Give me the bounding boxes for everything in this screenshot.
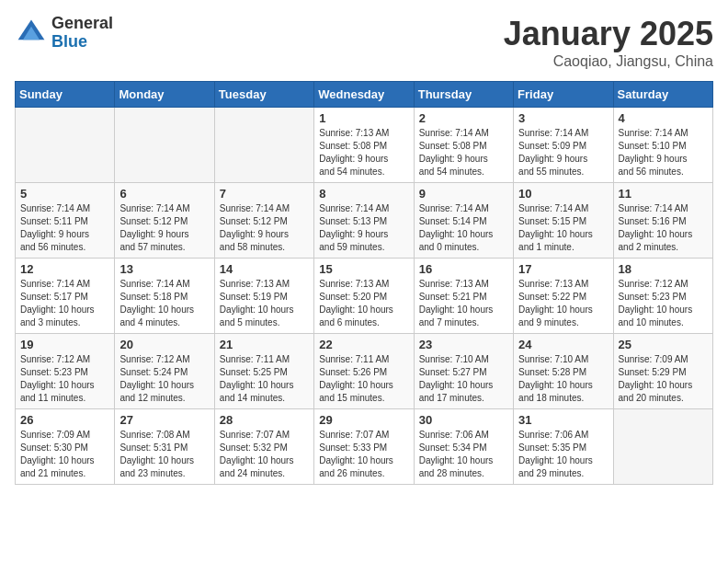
week-row-3: 12Sunrise: 7:14 AM Sunset: 5:17 PM Dayli… <box>16 259 713 334</box>
calendar-subtitle: Caoqiao, Jiangsu, China <box>504 53 713 70</box>
day-number: 13 <box>119 262 209 276</box>
day-number: 12 <box>20 262 109 276</box>
day-cell: 26Sunrise: 7:09 AM Sunset: 5:30 PM Dayli… <box>16 409 115 485</box>
day-info: Sunrise: 7:13 AM Sunset: 5:22 PM Dayligh… <box>518 278 608 329</box>
day-info: Sunrise: 7:10 AM Sunset: 5:28 PM Dayligh… <box>518 353 608 405</box>
day-number: 19 <box>20 338 109 351</box>
day-cell: 23Sunrise: 7:10 AM Sunset: 5:27 PM Dayli… <box>414 334 513 409</box>
day-cell: 13Sunrise: 7:14 AM Sunset: 5:18 PM Dayli… <box>115 259 214 334</box>
day-info: Sunrise: 7:14 AM Sunset: 5:18 PM Dayligh… <box>119 278 209 329</box>
day-info: Sunrise: 7:06 AM Sunset: 5:34 PM Dayligh… <box>419 429 508 480</box>
day-cell: 24Sunrise: 7:10 AM Sunset: 5:28 PM Dayli… <box>514 334 613 409</box>
day-cell <box>115 108 214 183</box>
day-number: 10 <box>518 187 608 201</box>
day-cell: 14Sunrise: 7:13 AM Sunset: 5:19 PM Dayli… <box>214 259 313 334</box>
day-cell: 4Sunrise: 7:14 AM Sunset: 5:10 PM Daylig… <box>613 108 712 183</box>
day-info: Sunrise: 7:10 AM Sunset: 5:27 PM Dayligh… <box>419 353 508 405</box>
day-cell <box>214 108 313 183</box>
day-number: 26 <box>20 413 109 427</box>
day-number: 24 <box>518 338 608 351</box>
weekday-header-row: SundayMondayTuesdayWednesdayThursdayFrid… <box>16 82 713 108</box>
day-info: Sunrise: 7:12 AM Sunset: 5:23 PM Dayligh… <box>619 278 708 329</box>
day-number: 2 <box>419 111 508 125</box>
day-info: Sunrise: 7:12 AM Sunset: 5:23 PM Dayligh… <box>20 353 109 405</box>
day-cell: 25Sunrise: 7:09 AM Sunset: 5:29 PM Dayli… <box>613 334 712 409</box>
day-number: 28 <box>220 413 309 427</box>
day-number: 11 <box>619 187 708 201</box>
day-cell: 15Sunrise: 7:13 AM Sunset: 5:20 PM Dayli… <box>314 259 414 334</box>
day-cell: 19Sunrise: 7:12 AM Sunset: 5:23 PM Dayli… <box>16 334 115 409</box>
day-cell: 11Sunrise: 7:14 AM Sunset: 5:16 PM Dayli… <box>613 183 712 259</box>
day-number: 18 <box>619 262 708 276</box>
day-cell: 18Sunrise: 7:12 AM Sunset: 5:23 PM Dayli… <box>613 259 712 334</box>
week-row-5: 26Sunrise: 7:09 AM Sunset: 5:30 PM Dayli… <box>16 409 713 485</box>
weekday-header-thursday: Thursday <box>414 82 513 108</box>
day-number: 21 <box>220 338 309 351</box>
day-number: 31 <box>518 413 608 427</box>
day-info: Sunrise: 7:14 AM Sunset: 5:17 PM Dayligh… <box>20 278 109 329</box>
day-cell <box>613 409 712 485</box>
day-number: 4 <box>619 111 708 125</box>
day-info: Sunrise: 7:07 AM Sunset: 5:33 PM Dayligh… <box>319 429 408 480</box>
day-cell <box>16 108 115 183</box>
day-cell: 9Sunrise: 7:14 AM Sunset: 5:14 PM Daylig… <box>414 183 513 259</box>
weekday-header-wednesday: Wednesday <box>314 82 414 108</box>
day-number: 15 <box>319 262 408 276</box>
weekday-header-monday: Monday <box>115 82 214 108</box>
day-cell: 27Sunrise: 7:08 AM Sunset: 5:31 PM Dayli… <box>115 409 214 485</box>
day-info: Sunrise: 7:14 AM Sunset: 5:08 PM Dayligh… <box>419 127 508 178</box>
day-number: 30 <box>419 413 508 427</box>
day-info: Sunrise: 7:11 AM Sunset: 5:26 PM Dayligh… <box>319 353 408 405</box>
day-info: Sunrise: 7:14 AM Sunset: 5:14 PM Dayligh… <box>419 202 508 254</box>
day-cell: 30Sunrise: 7:06 AM Sunset: 5:34 PM Dayli… <box>414 409 513 485</box>
day-info: Sunrise: 7:14 AM Sunset: 5:16 PM Dayligh… <box>619 202 708 254</box>
day-info: Sunrise: 7:14 AM Sunset: 5:11 PM Dayligh… <box>20 202 109 254</box>
day-info: Sunrise: 7:14 AM Sunset: 5:13 PM Dayligh… <box>319 202 408 254</box>
week-row-2: 5Sunrise: 7:14 AM Sunset: 5:11 PM Daylig… <box>16 183 713 259</box>
day-info: Sunrise: 7:09 AM Sunset: 5:30 PM Dayligh… <box>20 429 109 480</box>
day-number: 27 <box>119 413 209 427</box>
day-number: 20 <box>119 338 209 351</box>
day-info: Sunrise: 7:13 AM Sunset: 5:21 PM Dayligh… <box>419 278 508 329</box>
day-number: 8 <box>319 187 408 201</box>
day-number: 29 <box>319 413 408 427</box>
day-info: Sunrise: 7:07 AM Sunset: 5:32 PM Dayligh… <box>220 429 309 480</box>
logo-text: General Blue <box>51 15 113 52</box>
day-number: 3 <box>518 111 608 125</box>
day-cell: 21Sunrise: 7:11 AM Sunset: 5:25 PM Dayli… <box>214 334 313 409</box>
day-number: 9 <box>419 187 508 201</box>
day-cell: 28Sunrise: 7:07 AM Sunset: 5:32 PM Dayli… <box>214 409 313 485</box>
calendar-table: SundayMondayTuesdayWednesdayThursdayFrid… <box>15 81 713 485</box>
day-cell: 7Sunrise: 7:14 AM Sunset: 5:12 PM Daylig… <box>214 183 313 259</box>
day-number: 17 <box>518 262 608 276</box>
day-info: Sunrise: 7:14 AM Sunset: 5:15 PM Dayligh… <box>518 202 608 254</box>
day-cell: 8Sunrise: 7:14 AM Sunset: 5:13 PM Daylig… <box>314 183 414 259</box>
day-info: Sunrise: 7:06 AM Sunset: 5:35 PM Dayligh… <box>518 429 608 480</box>
day-number: 7 <box>220 187 309 201</box>
day-info: Sunrise: 7:12 AM Sunset: 5:24 PM Dayligh… <box>119 353 209 405</box>
weekday-header-saturday: Saturday <box>613 82 712 108</box>
logo-blue-text: Blue <box>51 33 113 52</box>
day-cell: 3Sunrise: 7:14 AM Sunset: 5:09 PM Daylig… <box>514 108 613 183</box>
week-row-1: 1Sunrise: 7:13 AM Sunset: 5:08 PM Daylig… <box>16 108 713 183</box>
day-number: 23 <box>419 338 508 351</box>
calendar-title: January 2025 <box>504 15 713 53</box>
day-info: Sunrise: 7:13 AM Sunset: 5:08 PM Dayligh… <box>319 127 408 178</box>
day-info: Sunrise: 7:14 AM Sunset: 5:10 PM Dayligh… <box>619 127 708 178</box>
day-number: 14 <box>220 262 309 276</box>
day-number: 22 <box>319 338 408 351</box>
day-cell: 12Sunrise: 7:14 AM Sunset: 5:17 PM Dayli… <box>16 259 115 334</box>
page-header: General Blue January 2025 Caoqiao, Jiang… <box>15 15 713 70</box>
day-info: Sunrise: 7:14 AM Sunset: 5:12 PM Dayligh… <box>220 202 309 254</box>
day-number: 16 <box>419 262 508 276</box>
weekday-header-friday: Friday <box>514 82 613 108</box>
week-row-4: 19Sunrise: 7:12 AM Sunset: 5:23 PM Dayli… <box>16 334 713 409</box>
day-number: 5 <box>20 187 109 201</box>
logo: General Blue <box>15 15 113 52</box>
weekday-header-tuesday: Tuesday <box>214 82 313 108</box>
logo-general-text: General <box>51 15 113 33</box>
day-cell: 10Sunrise: 7:14 AM Sunset: 5:15 PM Dayli… <box>514 183 613 259</box>
day-cell: 20Sunrise: 7:12 AM Sunset: 5:24 PM Dayli… <box>115 334 214 409</box>
day-info: Sunrise: 7:14 AM Sunset: 5:12 PM Dayligh… <box>119 202 209 254</box>
day-info: Sunrise: 7:14 AM Sunset: 5:09 PM Dayligh… <box>518 127 608 178</box>
